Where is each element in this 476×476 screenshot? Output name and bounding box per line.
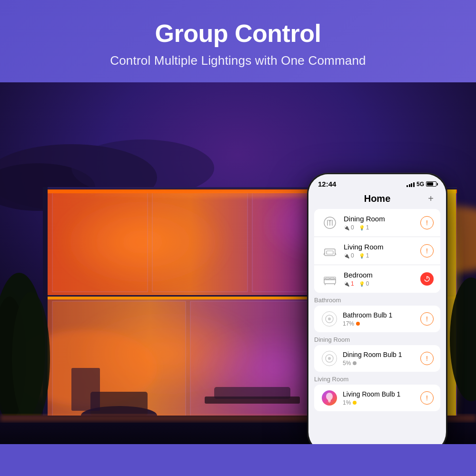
- bedroom-icon: [323, 272, 337, 286]
- bedroom-power-btn[interactable]: [420, 272, 434, 286]
- house-section: 12:44 5G: [0, 82, 476, 444]
- living-bulb-icon-wrap: [321, 389, 338, 407]
- power-icon: [424, 276, 430, 282]
- living-room-info: Living Room 🔌 0 💡 1: [344, 243, 420, 259]
- bathroom-bulb-info: Bathroom Bulb 1 17%: [343, 311, 420, 327]
- phone-inner: 12:44 5G: [308, 174, 446, 444]
- signal-bar-2: [409, 184, 410, 187]
- network-label: 5G: [416, 181, 424, 188]
- dining-bulb-name: Dining Room Bulb 1: [343, 351, 420, 358]
- living-bulb-icon: [322, 390, 337, 406]
- living-room-warning-btn[interactable]: !: [420, 244, 434, 258]
- phone-outer: 12:44 5G: [307, 173, 447, 444]
- svg-point-62: [326, 393, 333, 400]
- dining-room-icon-wrap: [321, 214, 339, 232]
- dining-bulb-1-item[interactable]: Dining Room Bulb 1 5% !: [314, 345, 440, 372]
- living-bulb-warning-btn[interactable]: !: [420, 391, 434, 405]
- dining-section-header: Dining Room: [308, 332, 446, 345]
- bathroom-bulb-icon: [322, 311, 337, 327]
- living-bulb-name: Living Room Bulb 1: [343, 390, 420, 398]
- svg-rect-29: [214, 387, 290, 399]
- bulb-svg-dining: [325, 354, 334, 363]
- signal-bars: [407, 181, 415, 187]
- svg-rect-46: [325, 249, 335, 256]
- living-section-header: Living Room: [308, 372, 446, 385]
- living-room-name: Living Room: [344, 243, 420, 251]
- stat-plug: 🔌 0: [344, 224, 354, 231]
- app-header: Home +: [308, 190, 446, 209]
- svg-rect-13: [152, 192, 248, 292]
- app-title: Home: [329, 193, 425, 204]
- dining-room-stats: 🔌 0 💡 1: [344, 224, 420, 231]
- dining-room-info: Dining Room 🔌 0 💡 1: [344, 215, 420, 231]
- bathroom-status-dot: [356, 322, 360, 326]
- header-section: Group Control Control Multiple Lightings…: [0, 0, 476, 82]
- signal-bar-4: [413, 182, 415, 187]
- living-status-dot: [353, 401, 357, 405]
- stat-bulb-br: 💡 0: [359, 280, 369, 287]
- stat-plug-br: 🔌 1: [344, 280, 354, 287]
- page-wrapper: Group Control Control Multiple Lightings…: [0, 0, 476, 476]
- stat-bulb: 💡 1: [359, 224, 369, 231]
- living-bulb-info: Living Room Bulb 1 1%: [343, 390, 420, 406]
- svg-rect-47: [327, 251, 333, 254]
- bathroom-bulb-1-item[interactable]: Bathroom Bulb 1 17% !: [314, 306, 440, 332]
- bathroom-section-header: Bathroom: [308, 293, 446, 306]
- room-item-bedroom[interactable]: Bedroom 🔌 1 💡 0: [314, 265, 440, 293]
- dining-bulb-icon-wrap: [321, 350, 338, 367]
- dining-bulb-info: Dining Room Bulb 1 5%: [343, 351, 420, 367]
- add-button[interactable]: +: [425, 193, 436, 204]
- svg-point-59: [328, 317, 331, 320]
- dining-status-dot: [353, 361, 357, 365]
- main-title: Group Control: [10, 19, 466, 48]
- colored-bulb-svg: [325, 393, 334, 403]
- dining-bulb-status: 5%: [343, 360, 420, 367]
- status-bar: 12:44 5G: [308, 174, 446, 190]
- svg-rect-64: [328, 401, 330, 402]
- battery-fill: [427, 182, 433, 186]
- signal-bar-1: [407, 185, 408, 187]
- room-item-dining[interactable]: Dining Room 🔌 0 💡 1: [314, 209, 440, 237]
- signal-bar-3: [411, 183, 412, 187]
- bulb-svg: [325, 314, 334, 324]
- living-device-list: Living Room Bulb 1 1% !: [314, 385, 440, 411]
- bedroom-icon-wrap: [321, 270, 339, 288]
- dining-device-list: Dining Room Bulb 1 5% !: [314, 345, 440, 372]
- living-room-icon: [323, 244, 337, 258]
- bathroom-bulb-name: Bathroom Bulb 1: [343, 311, 420, 319]
- bathroom-bulb-status: 17%: [343, 320, 420, 327]
- bedroom-name: Bedroom: [344, 271, 420, 279]
- bedroom-stats: 🔌 1 💡 0: [344, 280, 420, 287]
- status-icons: 5G: [407, 181, 436, 188]
- bathroom-warning-btn[interactable]: !: [420, 312, 434, 326]
- living-bulb-status: 1%: [343, 399, 420, 406]
- subtitle: Control Multiple Lightings with One Comm…: [10, 53, 466, 68]
- room-list: Dining Room 🔌 0 💡 1: [314, 209, 440, 293]
- svg-rect-12: [52, 192, 148, 292]
- living-bulb-1-item[interactable]: Living Room Bulb 1 1% !: [314, 385, 440, 411]
- stat-plug-lr: 🔌 0: [344, 252, 354, 259]
- battery-icon: [426, 181, 436, 187]
- phone-mockup: 12:44 5G: [307, 173, 447, 444]
- dining-room-name: Dining Room: [344, 215, 420, 223]
- svg-point-37: [12, 292, 50, 425]
- living-room-icon-wrap: [321, 242, 339, 260]
- svg-rect-27: [71, 368, 100, 411]
- stat-bulb-lr: 💡 1: [359, 252, 369, 259]
- room-item-living[interactable]: Living Room 🔌 0 💡 1: [314, 237, 440, 265]
- bedroom-info: Bedroom 🔌 1 💡 0: [344, 271, 420, 287]
- living-room-stats: 🔌 0 💡 1: [344, 252, 420, 259]
- svg-point-61: [328, 357, 331, 360]
- dining-room-icon: [323, 216, 337, 229]
- add-icon[interactable]: +: [428, 193, 434, 204]
- back-placeholder: [318, 193, 329, 204]
- bathroom-bulb-icon-wrap: [321, 310, 338, 327]
- bathroom-device-list: Bathroom Bulb 1 17% !: [314, 306, 440, 332]
- dining-bulb-icon: [322, 351, 337, 366]
- status-time: 12:44: [318, 180, 336, 188]
- dining-room-warning-btn[interactable]: !: [420, 216, 434, 229]
- dining-bulb-warning-btn[interactable]: !: [420, 352, 434, 365]
